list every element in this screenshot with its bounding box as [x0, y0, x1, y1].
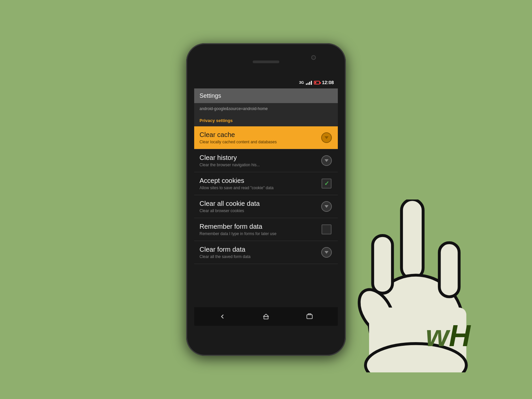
phone-camera	[311, 55, 316, 60]
url-bar: android-google&source=android-home	[194, 103, 338, 114]
accept-cookies-checkbox[interactable]: ✓	[322, 179, 332, 189]
clear-cookie-item[interactable]: Clear all cookie data Clear all browser …	[194, 195, 338, 218]
status-icons: 3G 12:08	[299, 80, 334, 85]
svg-rect-0	[264, 317, 268, 319]
clear-history-content: Clear history Clear the browser navigati…	[200, 154, 321, 167]
battery-icon	[314, 81, 320, 84]
svg-rect-2	[402, 200, 423, 279]
clear-form-btn[interactable]	[321, 247, 332, 258]
remember-form-action[interactable]	[321, 223, 332, 235]
signal-bars	[306, 80, 312, 85]
clear-history-desc: Clear the browser navigation his...	[200, 163, 321, 167]
accept-cookies-content: Accept cookies Allow sites to save and r…	[200, 177, 321, 190]
scene: 3G 12:08 Settings android-google&sou	[0, 0, 532, 399]
clear-cookie-title: Clear all cookie data	[200, 200, 321, 207]
section-header: Privacy settings	[194, 114, 338, 126]
home-button[interactable]	[262, 313, 270, 320]
clear-cache-btn[interactable]	[321, 132, 332, 143]
hand-cursor	[342, 200, 482, 372]
accept-cookies-desc: Allow sites to save and read "cookie" da…	[200, 186, 321, 190]
clear-cookie-desc: Clear all browser cookies	[200, 208, 321, 213]
accept-cookies-title: Accept cookies	[200, 177, 321, 185]
accept-cookies-item[interactable]: Accept cookies Allow sites to save and r…	[194, 172, 338, 195]
clear-cookie-action[interactable]	[321, 200, 332, 212]
clear-cache-action[interactable]	[321, 132, 332, 144]
remember-form-desc: Remember data I type in forms for later …	[200, 231, 321, 236]
clear-form-item[interactable]: Clear form data Clear all the saved form…	[194, 241, 338, 264]
clear-history-item[interactable]: Clear history Clear the browser navigati…	[194, 149, 338, 172]
svg-point-3	[369, 275, 463, 369]
3g-icon: 3G	[299, 80, 304, 84]
clear-cache-item[interactable]: Clear cache Clear locally cached content…	[194, 126, 338, 149]
privacy-settings-label: Privacy settings	[200, 118, 233, 123]
remember-form-checkbox[interactable]	[322, 224, 332, 234]
svg-rect-7	[369, 308, 466, 372]
clear-cache-content: Clear cache Clear locally cached content…	[200, 131, 321, 144]
dropdown-arrow-icon	[325, 136, 329, 139]
title-bar: Settings	[194, 88, 338, 103]
status-time: 12:08	[322, 80, 334, 85]
clear-cache-desc: Clear locally cached content and databas…	[200, 140, 321, 144]
watermark: wH	[426, 321, 470, 351]
svg-point-8	[365, 343, 466, 372]
dropdown-arrow-icon	[325, 251, 329, 254]
nav-bar	[194, 307, 338, 326]
remember-form-title: Remember form data	[200, 223, 321, 230]
phone-speaker	[253, 61, 279, 63]
clear-cookie-btn[interactable]	[321, 201, 332, 212]
clear-form-title: Clear form data	[200, 246, 321, 253]
clear-cookie-content: Clear all cookie data Clear all browser …	[200, 200, 321, 213]
remember-form-item[interactable]: Remember form data Remember data I type …	[194, 218, 338, 241]
settings-list: Clear cache Clear locally cached content…	[194, 126, 338, 264]
remember-form-content: Remember form data Remember data I type …	[200, 223, 321, 236]
clear-form-desc: Clear all the saved form data	[200, 254, 321, 259]
dropdown-arrow-icon	[325, 205, 329, 208]
checkmark-icon: ✓	[324, 180, 329, 187]
svg-rect-1	[307, 315, 312, 319]
status-bar: 3G 12:08	[194, 76, 338, 88]
clear-history-action[interactable]	[321, 155, 332, 167]
url-text: android-google&source=android-home	[200, 106, 268, 111]
watermark-h: H	[449, 319, 470, 352]
svg-rect-5	[439, 243, 459, 297]
settings-title: Settings	[200, 92, 221, 99]
recents-button[interactable]	[306, 313, 313, 320]
clear-history-title: Clear history	[200, 154, 321, 162]
svg-point-6	[352, 284, 400, 338]
accept-cookies-action[interactable]: ✓	[321, 178, 332, 190]
clear-form-action[interactable]	[321, 246, 332, 258]
clear-cache-title: Clear cache	[200, 131, 321, 139]
back-button[interactable]	[219, 313, 226, 320]
dropdown-arrow-icon	[325, 159, 329, 162]
watermark-w: w	[426, 319, 449, 352]
clear-form-content: Clear form data Clear all the saved form…	[200, 246, 321, 259]
svg-rect-4	[373, 235, 393, 293]
phone-shell: 3G 12:08 Settings android-google&sou	[186, 43, 346, 356]
phone-screen: 3G 12:08 Settings android-google&sou	[194, 76, 338, 326]
clear-history-btn[interactable]	[321, 155, 332, 166]
